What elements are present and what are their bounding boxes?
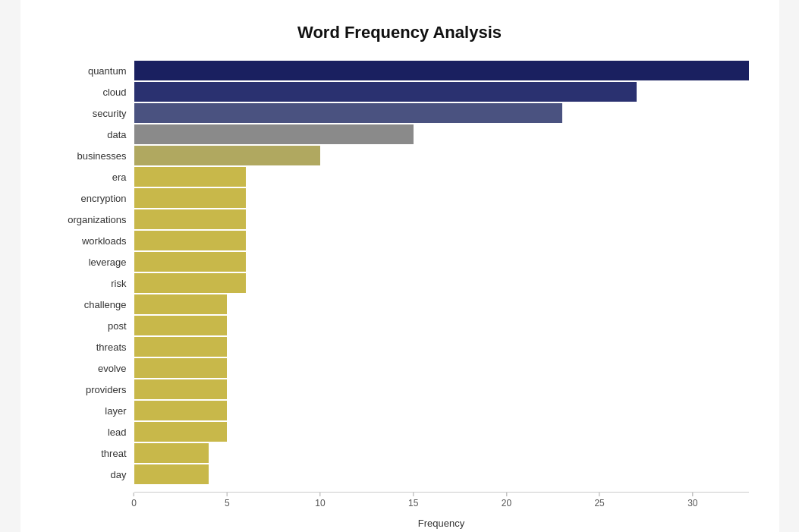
bar-row: security <box>51 103 749 123</box>
x-tick-mark <box>413 493 414 496</box>
bar-label: evolve <box>51 363 134 374</box>
bar-track <box>134 443 749 463</box>
bar-fill <box>134 401 228 420</box>
x-tick: 20 <box>502 493 511 508</box>
bar-label: quantum <box>51 65 134 77</box>
bar-fill <box>134 82 637 102</box>
x-axis-label: Frequency <box>51 518 749 529</box>
bar-track <box>134 422 749 442</box>
bar-fill <box>134 61 749 80</box>
bar-fill <box>134 294 228 314</box>
bar-row: threat <box>51 443 749 463</box>
bar-label: layer <box>51 405 134 417</box>
x-tick-mark <box>599 493 600 496</box>
x-tick-mark <box>134 493 134 496</box>
bar-label: risk <box>51 278 134 289</box>
bar-track <box>134 188 749 208</box>
bar-track <box>134 252 749 272</box>
bar-row: evolve <box>51 358 749 378</box>
x-tick-label: 15 <box>408 498 418 508</box>
bar-row: workloads <box>51 231 749 250</box>
bar-fill <box>134 167 246 187</box>
bar-label: security <box>51 108 134 119</box>
bar-fill <box>134 422 228 442</box>
x-tick: 25 <box>594 493 604 508</box>
bar-row: leverage <box>51 252 749 272</box>
bar-fill <box>134 188 246 208</box>
x-axis-line: 051015202530 <box>134 492 749 510</box>
bar-fill <box>134 209 246 229</box>
bar-track <box>134 316 749 335</box>
bar-fill <box>134 379 228 399</box>
bar-track <box>134 358 749 378</box>
bar-track <box>134 231 749 250</box>
bar-fill <box>134 124 414 144</box>
bar-track <box>134 124 749 144</box>
bar-track <box>134 146 749 165</box>
x-tick: 5 <box>225 493 230 508</box>
x-tick-label: 20 <box>502 498 511 508</box>
bar-fill <box>134 252 246 272</box>
x-tick-mark <box>319 493 320 496</box>
bar-fill <box>134 103 563 123</box>
bar-fill <box>134 358 228 378</box>
bar-label: challenge <box>51 299 134 310</box>
bar-row: layer <box>51 401 749 420</box>
bar-row: cloud <box>51 82 749 102</box>
x-tick: 15 <box>408 493 418 508</box>
bar-label: post <box>51 320 134 332</box>
bar-track <box>134 379 749 399</box>
bar-track <box>134 337 749 357</box>
bar-fill <box>134 146 320 165</box>
bar-row: risk <box>51 273 749 293</box>
bar-row: providers <box>51 379 749 399</box>
bar-row: day <box>51 464 749 484</box>
bar-row: businesses <box>51 146 749 165</box>
x-tick-label: 5 <box>225 498 230 508</box>
x-tick-label: 25 <box>594 498 604 508</box>
bar-label: providers <box>51 384 134 395</box>
bar-label: cloud <box>51 87 134 98</box>
bar-fill <box>134 337 228 357</box>
bar-fill <box>134 316 228 335</box>
bar-label: threats <box>51 342 134 353</box>
bar-row: threats <box>51 337 749 357</box>
bar-row: post <box>51 316 749 335</box>
bar-row: organizations <box>51 209 749 229</box>
bar-row: quantum <box>51 61 749 80</box>
bar-row: encryption <box>51 188 749 208</box>
chart-area: quantumcloudsecuritydatabusinesseseraenc… <box>51 61 749 486</box>
bar-track <box>134 294 749 314</box>
x-tick-mark <box>227 493 228 496</box>
bar-track <box>134 464 749 484</box>
bar-track <box>134 209 749 229</box>
bar-label: era <box>51 172 134 183</box>
x-tick-mark <box>692 493 693 496</box>
x-axis-area: 051015202530 <box>51 492 749 510</box>
x-tick-mark <box>506 493 507 496</box>
bar-label: organizations <box>51 214 134 225</box>
bar-track <box>134 401 749 420</box>
x-tick: 10 <box>315 493 325 508</box>
bar-track <box>134 273 749 293</box>
bar-track <box>134 167 749 187</box>
chart-title: Word Frequency Analysis <box>51 23 749 42</box>
x-tick: 0 <box>131 493 137 508</box>
bar-label: leverage <box>51 257 134 268</box>
bar-label: encryption <box>51 193 134 204</box>
bar-track <box>134 82 749 102</box>
bar-track <box>134 103 749 123</box>
bar-row: era <box>51 167 749 187</box>
bar-fill <box>134 443 209 463</box>
bar-track <box>134 61 749 80</box>
bar-row: data <box>51 124 749 144</box>
bar-label: day <box>51 469 134 480</box>
bar-fill <box>134 464 209 484</box>
chart-container: Word Frequency Analysis quantumcloudsecu… <box>20 0 779 532</box>
bar-fill <box>134 231 246 250</box>
bar-row: challenge <box>51 294 749 314</box>
bar-label: businesses <box>51 150 134 162</box>
x-tick: 30 <box>687 493 697 508</box>
bar-label: threat <box>51 448 134 459</box>
x-tick-label: 10 <box>315 498 325 508</box>
